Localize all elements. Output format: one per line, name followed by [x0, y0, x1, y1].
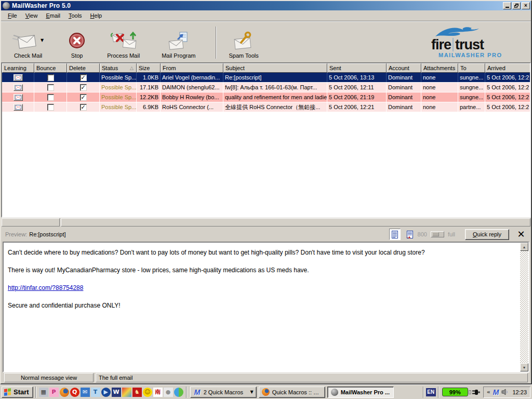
quick-macros-tray-icon[interactable]: M [493, 388, 499, 396]
tab-normal-message-view[interactable]: Normal message view [4, 373, 94, 382]
close-button[interactable]: × [522, 2, 530, 9]
bounce-checkbox[interactable] [47, 94, 54, 101]
pixel-news-icon[interactable] [122, 388, 131, 397]
task-button-label: Quick Macros :: Vi... [272, 389, 322, 395]
delete-checkbox[interactable]: ✓ [80, 94, 87, 101]
tida-icon[interactable]: T [91, 388, 100, 397]
column-header-bounce[interactable]: Bounce [34, 63, 67, 73]
preview-scrollbar[interactable]: ▲ ▼ [520, 243, 528, 371]
smiley-icon[interactable]: ☺ [143, 388, 152, 397]
mail-program-button[interactable]: Mail Program [157, 25, 200, 60]
delete-checkbox[interactable]: ✓ [80, 84, 87, 91]
splitter-segment-left [2, 218, 60, 227]
sent-cell: 5 Oct 2006, 21:19 [327, 92, 387, 102]
column-header-sent[interactable]: Sent [327, 63, 387, 73]
splitter-bar[interactable] [1, 218, 531, 227]
tray-overflow-chevron[interactable]: « [487, 389, 490, 395]
menu-tools[interactable]: Tools [64, 11, 86, 20]
mail-client-icon[interactable]: ✉ [81, 388, 90, 397]
text-view-button[interactable] [389, 229, 401, 240]
menu-email[interactable]: Email [42, 11, 64, 20]
zoom-value: 800 [418, 231, 427, 237]
check-mail-button[interactable]: ▼Check Mail [8, 25, 48, 60]
attachments-cell: none [421, 92, 458, 102]
column-header-account[interactable]: Account [387, 63, 421, 73]
column-header-size[interactable]: Size [137, 63, 161, 73]
size-cell: 17.1KB [137, 83, 161, 92]
mail-row-3[interactable]: ✓Possible Sp...12.2KBBobby H Rowley (bo.… [2, 92, 530, 102]
sent-cell: 5 Oct 2006, 12:21 [327, 102, 387, 112]
preview-close-icon[interactable]: ✕ [515, 229, 527, 240]
status-cell: Possible Sp... [100, 92, 137, 102]
zoom-slider[interactable] [431, 231, 444, 237]
nan-character-icon[interactable]: 南 [153, 388, 163, 397]
w-app-icon[interactable]: W [112, 388, 121, 397]
grid-app-icon[interactable]: ▦ [39, 388, 48, 397]
spam-tools-button[interactable]: Spam Tools [225, 25, 263, 60]
column-header-to[interactable]: To [458, 63, 485, 73]
column-header-attachments[interactable]: Attachments [421, 63, 458, 73]
learning-envelope-icon[interactable] [14, 74, 23, 81]
title-bar[interactable]: MailWasher Pro 5.0 × [1, 1, 531, 10]
column-header-learning[interactable]: Learning [2, 63, 34, 73]
delete-checkbox[interactable]: ✓ [80, 104, 87, 111]
preview-pane[interactable]: Can't decide where to buy medications? D… [3, 242, 529, 373]
red-dragon-icon[interactable]: ♞ [132, 388, 142, 397]
quick-reply-button[interactable]: Quick reply [465, 229, 509, 240]
menu-view[interactable]: View [21, 11, 42, 20]
column-header-status[interactable]: Status△ [100, 63, 137, 73]
mail-list-header: LearningBounceDeleteStatus△SizeFromSubje… [2, 63, 530, 73]
mail-row-1[interactable]: ✓Possible Sp...1.0KBAriel Vogel (bernadi… [2, 73, 530, 83]
scroll-down-icon[interactable]: ▼ [520, 363, 528, 371]
mail-list[interactable]: LearningBounceDeleteStatus△SizeFromSubje… [1, 62, 531, 218]
stop-button[interactable]: Stop [64, 25, 89, 60]
volume-icon[interactable] [501, 389, 509, 395]
task-button-dropdown-icon[interactable]: ▼ [250, 390, 253, 394]
brand-subtitle: MAILWASHER PRO [438, 52, 502, 58]
column-header-from[interactable]: From [161, 63, 223, 73]
mail-row-4[interactable]: ✓Possible Sp...6.9KBRoHS Connector (...全… [2, 102, 530, 112]
task-button-mailwasher-pro[interactable]: MailWasher Pro ... [327, 387, 394, 398]
task-button-2-quick-macros[interactable]: M2 Quick Macros▼ [190, 387, 257, 398]
learning-envelope-icon[interactable] [14, 84, 23, 91]
bounce-checkbox[interactable] [47, 84, 54, 91]
media-player-icon[interactable]: ▶ [101, 388, 111, 397]
bounce-checkbox[interactable] [47, 104, 54, 111]
pink-panther-icon[interactable]: P [49, 388, 59, 397]
menu-file[interactable]: File [4, 11, 21, 20]
learning-envelope-icon[interactable] [14, 94, 23, 101]
task-button-quick-macros-vi[interactable]: Quick Macros :: Vi... [259, 387, 325, 398]
learning-envelope-icon[interactable] [14, 104, 23, 111]
minimize-button[interactable] [503, 2, 511, 9]
start-button[interactable]: Start [2, 387, 33, 398]
spam-link[interactable]: http://tinfar.com/?88754288 [8, 284, 83, 291]
flame-icon [434, 25, 486, 38]
battery-connector [469, 390, 471, 394]
status-cell: Possible Sp... [100, 73, 137, 82]
delete-cell: ✓ [67, 92, 100, 102]
scroll-up-icon[interactable]: ▲ [520, 243, 528, 251]
battery-indicator[interactable]: 99% [442, 388, 481, 396]
messenger-icon[interactable] [174, 388, 183, 397]
process-mail-button[interactable]: Process Mail [103, 25, 144, 60]
tab-full-email[interactable]: The full email [96, 373, 528, 382]
delete-checkbox[interactable]: ✓ [80, 74, 87, 81]
firefox-icon[interactable] [60, 388, 69, 397]
restore-button[interactable] [512, 2, 521, 9]
column-header-delete[interactable]: Delete [67, 63, 100, 73]
mailwasher-sphere-icon [3, 2, 10, 9]
panda-icon[interactable]: ● [164, 388, 173, 397]
language-indicator[interactable]: EN [426, 388, 436, 396]
check-mail-dropdown-icon[interactable]: ▼ [41, 38, 44, 43]
taskbar-divider [35, 387, 36, 398]
bounce-cell [34, 73, 67, 82]
mail-row-2[interactable]: ✓Possible Sp...17.1KBDAIMON (shenglu62..… [2, 83, 530, 92]
column-header-arrived[interactable]: Arrived [485, 63, 531, 73]
bounce-checkbox[interactable] [47, 74, 54, 81]
taskbar-divider [438, 387, 439, 398]
full-email-view-button[interactable] [404, 229, 415, 240]
red-q-icon[interactable]: Q [70, 388, 79, 397]
column-header-subject[interactable]: Subject [223, 63, 327, 73]
arrived-cell: 5 Oct 2006, 12:2 [485, 73, 531, 82]
menu-help[interactable]: Help [86, 11, 107, 20]
